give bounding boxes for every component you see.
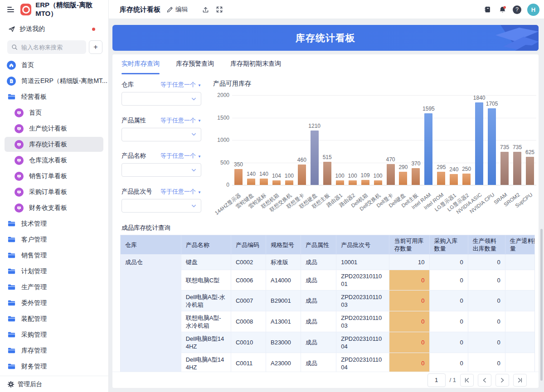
available-qty-cell: 0 [389, 332, 429, 353]
sidebar-folder-business-dashboards[interactable]: 经营看板 [0, 89, 109, 105]
sidebar-dashboard-item-6[interactable]: 财务收支看板 [0, 200, 109, 216]
bar-Intel ROM[interactable] [437, 172, 445, 185]
filter-operator-link[interactable]: 等于任意一个▼ [160, 188, 201, 196]
table-row-1[interactable]: 联想电脑C型C0006A14000成品ZPD20231011001000 [121, 270, 535, 290]
sidebar-folder-item-0[interactable]: 技术管理 [0, 216, 109, 232]
page-input[interactable] [427, 373, 446, 387]
share-icon [202, 6, 209, 14]
avatar[interactable]: H [527, 0, 539, 19]
edit-icon [166, 6, 173, 13]
bar-Intel RAM[interactable] [424, 113, 432, 185]
table-row-5[interactable]: Dell电脑A型144HZC0011A23000成品ZPD20231011004… [121, 353, 535, 372]
bar-SupCPU[interactable] [526, 157, 534, 185]
avatar-initial: H [527, 4, 539, 16]
app-logo[interactable] [20, 4, 31, 15]
page-scrollbar[interactable] [540, 229, 543, 381]
bar-雷蛇鼠标[interactable] [260, 179, 268, 185]
bar-value-label: 515 [313, 154, 342, 160]
search-box[interactable] [7, 40, 86, 54]
folder-icon [7, 92, 16, 101]
column-header-0: 仓库 [121, 235, 181, 255]
tab-0[interactable]: 实时库存查询 [121, 60, 160, 74]
product-code-cell: C0002 [231, 255, 266, 270]
next-page-button[interactable] [495, 374, 509, 387]
table-scroll-area[interactable]: 仓库产品名称产品编码规格型号产品属性产品批次号当前可用库存数量采购入库数量生产领… [120, 235, 535, 372]
help-button[interactable]: ? [513, 0, 521, 19]
admin-console-item[interactable]: 管理后台 [0, 376, 108, 392]
table-row-3[interactable]: 联想电脑A型-水冷机箱C0008A13001成品ZPD2023101100300… [121, 311, 535, 332]
sidebar-folder-item-8[interactable]: 库存管理 [0, 343, 109, 358]
y-axis-tick: 2000 [213, 92, 229, 98]
sidebar-folder-item-1[interactable]: 客户管理 [0, 232, 109, 247]
first-page-button[interactable] [460, 374, 474, 387]
purchase-in-qty-cell: 0 [429, 353, 468, 372]
bar-Dell主板[interactable] [412, 168, 420, 185]
filter-select[interactable] [121, 128, 201, 141]
sidebar-dashboard-item-4[interactable]: 销售订单看板 [0, 168, 109, 184]
add-button[interactable]: + [89, 40, 102, 54]
dashboard-icon [15, 188, 24, 197]
bar-Dell机箱[interactable] [361, 180, 369, 185]
table-row-0[interactable]: 成品仓键盘C0002标准版成品100011000 [121, 255, 535, 270]
sidebar-dashboard-item-2[interactable]: 库存统计看板 [0, 136, 109, 152]
filter-select[interactable] [121, 163, 201, 177]
prev-page-button[interactable] [478, 374, 491, 387]
bar-Dell交换机[interactable] [374, 180, 382, 185]
notifications-button[interactable] [498, 0, 507, 19]
tab-2[interactable]: 库存期初期末查询 [230, 60, 281, 74]
bar-路由器2[interactable] [349, 180, 357, 185]
bar-LG显示器1[interactable] [450, 174, 458, 185]
bar-联想显卡[interactable] [298, 165, 306, 185]
fullscreen-button[interactable] [216, 0, 223, 19]
production-return-qty-cell [505, 270, 535, 290]
sidebar-dashboard-item-0[interactable]: 首页 [0, 105, 109, 121]
sidebar-item-label: 库存管理 [21, 347, 47, 355]
filter-select[interactable] [121, 92, 201, 106]
bar-路由器1[interactable] [336, 180, 344, 185]
bar-SRAM[interactable] [500, 152, 509, 185]
next-page-icon [500, 377, 505, 383]
bar-value-label: 1840 [465, 95, 494, 101]
hamburger-icon[interactable] [7, 5, 14, 14]
filter-select[interactable] [121, 199, 201, 213]
table-row-2[interactable]: Dell电脑A型-水冷机箱C0007B29001成品ZPD20231011003… [121, 290, 535, 311]
edit-button[interactable]: 编辑 [166, 0, 188, 19]
bar-value-label: 1595 [414, 106, 443, 112]
search-input[interactable] [20, 44, 72, 51]
sidebar-folder-item-9[interactable]: 财务管理 [0, 358, 109, 374]
bar-雷蛇键盘[interactable] [247, 179, 255, 185]
bar-SROM2[interactable] [513, 152, 521, 185]
last-page-button[interactable] [513, 374, 527, 387]
bar-NVIDIA ASIC[interactable] [475, 102, 483, 185]
sidebar-folder-item-7[interactable]: 采购管理 [0, 327, 109, 343]
sidebar-folder-item-6[interactable]: 装配管理 [0, 311, 109, 327]
divider [160, 6, 160, 13]
bar-Dell硬盘[interactable] [399, 172, 407, 185]
table-row-4[interactable]: Dell电脑B型144HZC0010B23000成品ZPD20231011004… [121, 332, 535, 353]
sidebar-item-0[interactable]: 首页 [0, 57, 109, 73]
cc-to-me-item[interactable]: 抄送我的 [0, 23, 109, 35]
sidebar-folder-item-4[interactable]: 生产管理 [0, 279, 109, 295]
filter-operator-link[interactable]: 等于任意一个▼ [160, 116, 201, 125]
bar-联想交换机[interactable] [285, 180, 293, 185]
purchase-in-qty-cell: 0 [429, 311, 468, 332]
contacts-button[interactable] [483, 0, 491, 19]
sidebar-folder-item-3[interactable]: 计划管理 [0, 263, 109, 279]
bar-联想机箱[interactable] [272, 180, 281, 185]
share-button[interactable] [202, 0, 209, 19]
sidebar-item-label: 销售订单看板 [29, 172, 67, 180]
help-icon: ? [513, 5, 521, 14]
sidebar-item-1[interactable]: 简道云ERP（精细版-离散MT... [0, 73, 109, 89]
sidebar-folder-item-5[interactable]: 委外管理 [0, 295, 109, 311]
sidebar-dashboard-item-1[interactable]: 生产统计看板 [0, 121, 109, 136]
sidebar-dashboard-item-3[interactable]: 仓库流水看板 [0, 152, 109, 168]
sidebar-folder-item-2[interactable]: 销售管理 [0, 247, 109, 263]
cc-to-me-label: 抄送我的 [19, 25, 45, 33]
sidebar-dashboard-item-5[interactable]: 采购订单看板 [0, 184, 109, 200]
sidebar-item-label: 简道云ERP（精细版-离散MT... [21, 77, 107, 85]
filter-operator-link[interactable]: 等于任意一个▼ [160, 81, 201, 89]
attr-cell: 成品 [301, 270, 336, 290]
tab-1[interactable]: 库存预警查询 [176, 60, 214, 74]
filter-operator-link[interactable]: 等于任意一个▼ [160, 152, 201, 160]
bar-LG显示器2[interactable] [462, 174, 471, 185]
